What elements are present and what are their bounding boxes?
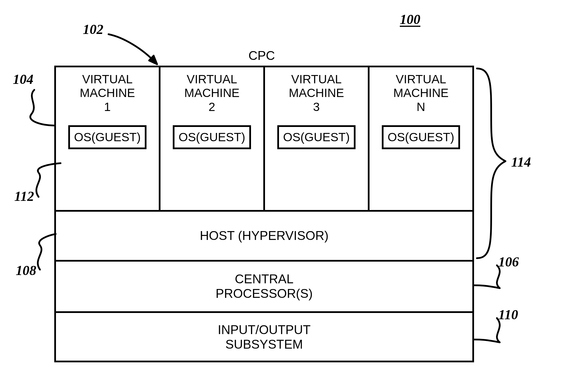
lead-lines	[0, 0, 568, 392]
